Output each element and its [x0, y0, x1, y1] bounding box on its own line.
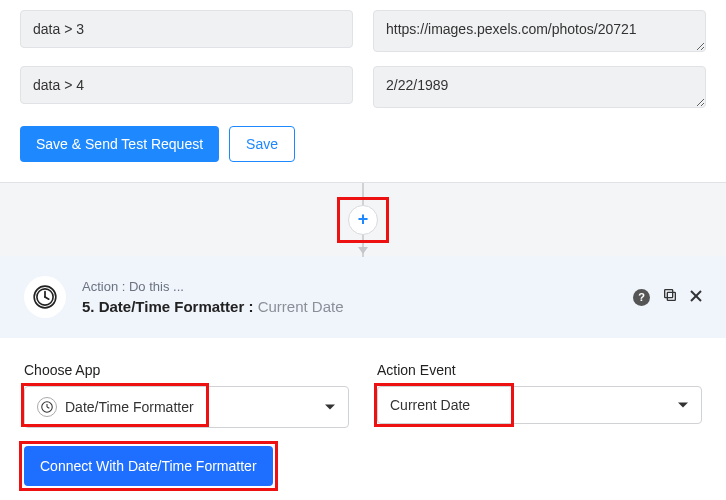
- field-row: 2/22/1989: [20, 66, 706, 112]
- step-app-icon: [24, 276, 66, 318]
- field-key-input[interactable]: [20, 10, 353, 48]
- field-row: https://images.pexels.com/photos/20721: [20, 10, 706, 56]
- step-action-label: Action : Do this ...: [82, 279, 617, 294]
- action-event-value: Current Date: [390, 397, 470, 413]
- field-key-input[interactable]: [20, 66, 353, 104]
- field-value-textarea[interactable]: 2/22/1989: [373, 66, 706, 108]
- connector-arrow-icon: [358, 247, 368, 254]
- button-row: Save & Send Test Request Save: [20, 126, 706, 162]
- chevron-down-icon: [325, 405, 335, 410]
- close-icon[interactable]: [690, 288, 702, 306]
- step-title: 5. Date/Time Formatter : Current Date: [82, 298, 617, 315]
- save-send-test-button[interactable]: Save & Send Test Request: [20, 126, 219, 162]
- connector-area: +: [0, 182, 726, 256]
- copy-icon[interactable]: [662, 287, 678, 307]
- step-title-block: Action : Do this ... 5. Date/Time Format…: [82, 279, 617, 315]
- step-header: Action : Do this ... 5. Date/Time Format…: [0, 256, 726, 338]
- step-actions: ?: [633, 287, 702, 307]
- clock-icon: [32, 284, 58, 310]
- field-value-textarea[interactable]: https://images.pexels.com/photos/20721: [373, 10, 706, 52]
- choose-app-select[interactable]: Date/Time Formatter: [24, 386, 349, 428]
- add-step-button[interactable]: +: [348, 205, 378, 235]
- svg-rect-5: [665, 290, 673, 298]
- svg-rect-4: [667, 292, 675, 300]
- step-sub-title: Current Date: [258, 298, 344, 315]
- step-body: Choose App Date/Time Formatter Connect W…: [0, 338, 726, 500]
- help-icon[interactable]: ?: [633, 289, 650, 306]
- action-event-label: Action Event: [377, 362, 702, 378]
- connect-app-button[interactable]: Connect With Date/Time Formatter: [24, 446, 273, 486]
- clock-icon: [37, 397, 57, 417]
- step-number: 5.: [82, 298, 95, 315]
- svg-line-3: [45, 297, 49, 299]
- step-app-name: Date/Time Formatter: [99, 298, 245, 315]
- save-button[interactable]: Save: [229, 126, 295, 162]
- choose-app-label: Choose App: [24, 362, 349, 378]
- mapping-fields: https://images.pexels.com/photos/20721 2…: [0, 0, 726, 182]
- svg-line-10: [47, 407, 49, 408]
- chevron-down-icon: [678, 403, 688, 408]
- action-event-select[interactable]: Current Date: [377, 386, 702, 424]
- choose-app-value: Date/Time Formatter: [65, 399, 194, 415]
